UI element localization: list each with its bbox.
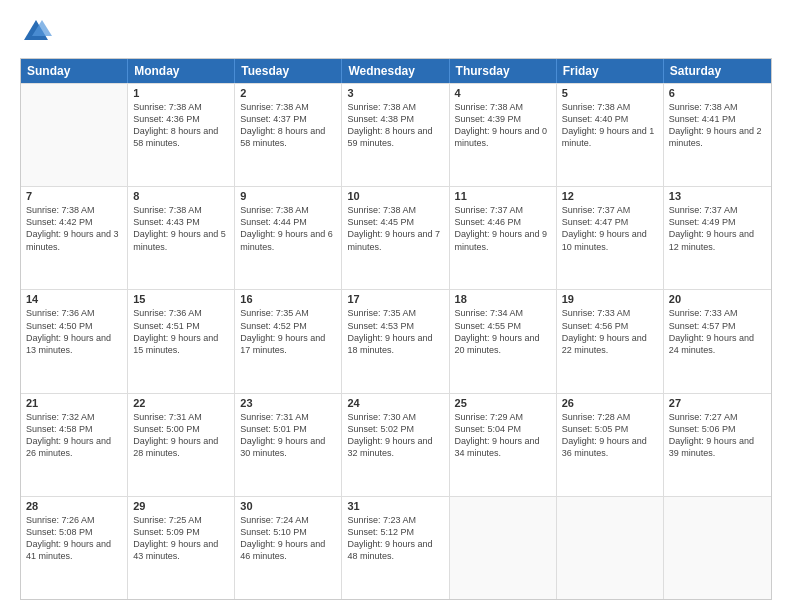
calendar-cell: 17Sunrise: 7:35 AMSunset: 4:53 PMDayligh…: [342, 290, 449, 392]
calendar-cell: 1Sunrise: 7:38 AMSunset: 4:36 PMDaylight…: [128, 84, 235, 186]
calendar-cell: 18Sunrise: 7:34 AMSunset: 4:55 PMDayligh…: [450, 290, 557, 392]
calendar-header-monday: Monday: [128, 59, 235, 83]
calendar-cell: [664, 497, 771, 599]
calendar-header-thursday: Thursday: [450, 59, 557, 83]
calendar-cell: 6Sunrise: 7:38 AMSunset: 4:41 PMDaylight…: [664, 84, 771, 186]
day-info: Sunrise: 7:35 AMSunset: 4:52 PMDaylight:…: [240, 307, 336, 356]
day-number: 3: [347, 87, 443, 99]
day-info: Sunrise: 7:38 AMSunset: 4:37 PMDaylight:…: [240, 101, 336, 150]
day-info: Sunrise: 7:38 AMSunset: 4:44 PMDaylight:…: [240, 204, 336, 253]
calendar-week-4: 28Sunrise: 7:26 AMSunset: 5:08 PMDayligh…: [21, 496, 771, 599]
calendar-cell: [450, 497, 557, 599]
day-info: Sunrise: 7:38 AMSunset: 4:43 PMDaylight:…: [133, 204, 229, 253]
calendar-cell: [557, 497, 664, 599]
day-info: Sunrise: 7:28 AMSunset: 5:05 PMDaylight:…: [562, 411, 658, 460]
calendar-cell: 22Sunrise: 7:31 AMSunset: 5:00 PMDayligh…: [128, 394, 235, 496]
calendar-header-tuesday: Tuesday: [235, 59, 342, 83]
calendar-header-sunday: Sunday: [21, 59, 128, 83]
calendar-cell: 19Sunrise: 7:33 AMSunset: 4:56 PMDayligh…: [557, 290, 664, 392]
day-number: 29: [133, 500, 229, 512]
day-number: 15: [133, 293, 229, 305]
calendar-body: 1Sunrise: 7:38 AMSunset: 4:36 PMDaylight…: [21, 83, 771, 599]
day-info: Sunrise: 7:34 AMSunset: 4:55 PMDaylight:…: [455, 307, 551, 356]
calendar-cell: 12Sunrise: 7:37 AMSunset: 4:47 PMDayligh…: [557, 187, 664, 289]
calendar: SundayMondayTuesdayWednesdayThursdayFrid…: [20, 58, 772, 600]
day-number: 2: [240, 87, 336, 99]
day-info: Sunrise: 7:23 AMSunset: 5:12 PMDaylight:…: [347, 514, 443, 563]
calendar-header-wednesday: Wednesday: [342, 59, 449, 83]
calendar-cell: 11Sunrise: 7:37 AMSunset: 4:46 PMDayligh…: [450, 187, 557, 289]
calendar-week-1: 7Sunrise: 7:38 AMSunset: 4:42 PMDaylight…: [21, 186, 771, 289]
day-info: Sunrise: 7:33 AMSunset: 4:57 PMDaylight:…: [669, 307, 766, 356]
calendar-cell: 31Sunrise: 7:23 AMSunset: 5:12 PMDayligh…: [342, 497, 449, 599]
calendar-cell: 29Sunrise: 7:25 AMSunset: 5:09 PMDayligh…: [128, 497, 235, 599]
calendar-cell: 7Sunrise: 7:38 AMSunset: 4:42 PMDaylight…: [21, 187, 128, 289]
day-info: Sunrise: 7:38 AMSunset: 4:39 PMDaylight:…: [455, 101, 551, 150]
calendar-cell: 21Sunrise: 7:32 AMSunset: 4:58 PMDayligh…: [21, 394, 128, 496]
day-info: Sunrise: 7:36 AMSunset: 4:50 PMDaylight:…: [26, 307, 122, 356]
calendar-cell: 3Sunrise: 7:38 AMSunset: 4:38 PMDaylight…: [342, 84, 449, 186]
logo-icon: [20, 16, 52, 48]
day-number: 4: [455, 87, 551, 99]
calendar-cell: 13Sunrise: 7:37 AMSunset: 4:49 PMDayligh…: [664, 187, 771, 289]
day-number: 5: [562, 87, 658, 99]
day-number: 8: [133, 190, 229, 202]
calendar-week-0: 1Sunrise: 7:38 AMSunset: 4:36 PMDaylight…: [21, 83, 771, 186]
day-info: Sunrise: 7:37 AMSunset: 4:46 PMDaylight:…: [455, 204, 551, 253]
day-number: 1: [133, 87, 229, 99]
calendar-week-2: 14Sunrise: 7:36 AMSunset: 4:50 PMDayligh…: [21, 289, 771, 392]
logo: [20, 16, 56, 48]
day-info: Sunrise: 7:33 AMSunset: 4:56 PMDaylight:…: [562, 307, 658, 356]
day-info: Sunrise: 7:38 AMSunset: 4:42 PMDaylight:…: [26, 204, 122, 253]
day-number: 31: [347, 500, 443, 512]
day-number: 12: [562, 190, 658, 202]
calendar-header-saturday: Saturday: [664, 59, 771, 83]
day-info: Sunrise: 7:38 AMSunset: 4:38 PMDaylight:…: [347, 101, 443, 150]
calendar-cell: 16Sunrise: 7:35 AMSunset: 4:52 PMDayligh…: [235, 290, 342, 392]
day-info: Sunrise: 7:31 AMSunset: 5:00 PMDaylight:…: [133, 411, 229, 460]
day-number: 24: [347, 397, 443, 409]
day-number: 21: [26, 397, 122, 409]
page: SundayMondayTuesdayWednesdayThursdayFrid…: [0, 0, 792, 612]
calendar-cell: 15Sunrise: 7:36 AMSunset: 4:51 PMDayligh…: [128, 290, 235, 392]
day-number: 17: [347, 293, 443, 305]
calendar-week-3: 21Sunrise: 7:32 AMSunset: 4:58 PMDayligh…: [21, 393, 771, 496]
day-number: 25: [455, 397, 551, 409]
day-number: 13: [669, 190, 766, 202]
calendar-cell: 24Sunrise: 7:30 AMSunset: 5:02 PMDayligh…: [342, 394, 449, 496]
day-info: Sunrise: 7:35 AMSunset: 4:53 PMDaylight:…: [347, 307, 443, 356]
calendar-cell: 14Sunrise: 7:36 AMSunset: 4:50 PMDayligh…: [21, 290, 128, 392]
calendar-cell: 27Sunrise: 7:27 AMSunset: 5:06 PMDayligh…: [664, 394, 771, 496]
day-number: 19: [562, 293, 658, 305]
day-info: Sunrise: 7:32 AMSunset: 4:58 PMDaylight:…: [26, 411, 122, 460]
calendar-cell: 30Sunrise: 7:24 AMSunset: 5:10 PMDayligh…: [235, 497, 342, 599]
day-number: 22: [133, 397, 229, 409]
day-number: 18: [455, 293, 551, 305]
day-number: 26: [562, 397, 658, 409]
day-info: Sunrise: 7:38 AMSunset: 4:40 PMDaylight:…: [562, 101, 658, 150]
day-info: Sunrise: 7:38 AMSunset: 4:36 PMDaylight:…: [133, 101, 229, 150]
calendar-header-row: SundayMondayTuesdayWednesdayThursdayFrid…: [21, 59, 771, 83]
calendar-cell: 4Sunrise: 7:38 AMSunset: 4:39 PMDaylight…: [450, 84, 557, 186]
day-number: 10: [347, 190, 443, 202]
day-info: Sunrise: 7:30 AMSunset: 5:02 PMDaylight:…: [347, 411, 443, 460]
day-info: Sunrise: 7:24 AMSunset: 5:10 PMDaylight:…: [240, 514, 336, 563]
day-number: 7: [26, 190, 122, 202]
header: [20, 16, 772, 48]
calendar-cell: 5Sunrise: 7:38 AMSunset: 4:40 PMDaylight…: [557, 84, 664, 186]
calendar-cell: [21, 84, 128, 186]
day-number: 30: [240, 500, 336, 512]
day-number: 20: [669, 293, 766, 305]
day-info: Sunrise: 7:36 AMSunset: 4:51 PMDaylight:…: [133, 307, 229, 356]
day-number: 28: [26, 500, 122, 512]
calendar-cell: 23Sunrise: 7:31 AMSunset: 5:01 PMDayligh…: [235, 394, 342, 496]
day-info: Sunrise: 7:26 AMSunset: 5:08 PMDaylight:…: [26, 514, 122, 563]
day-info: Sunrise: 7:38 AMSunset: 4:41 PMDaylight:…: [669, 101, 766, 150]
day-info: Sunrise: 7:25 AMSunset: 5:09 PMDaylight:…: [133, 514, 229, 563]
day-info: Sunrise: 7:38 AMSunset: 4:45 PMDaylight:…: [347, 204, 443, 253]
day-number: 9: [240, 190, 336, 202]
calendar-cell: 2Sunrise: 7:38 AMSunset: 4:37 PMDaylight…: [235, 84, 342, 186]
day-number: 6: [669, 87, 766, 99]
day-number: 16: [240, 293, 336, 305]
day-info: Sunrise: 7:37 AMSunset: 4:49 PMDaylight:…: [669, 204, 766, 253]
